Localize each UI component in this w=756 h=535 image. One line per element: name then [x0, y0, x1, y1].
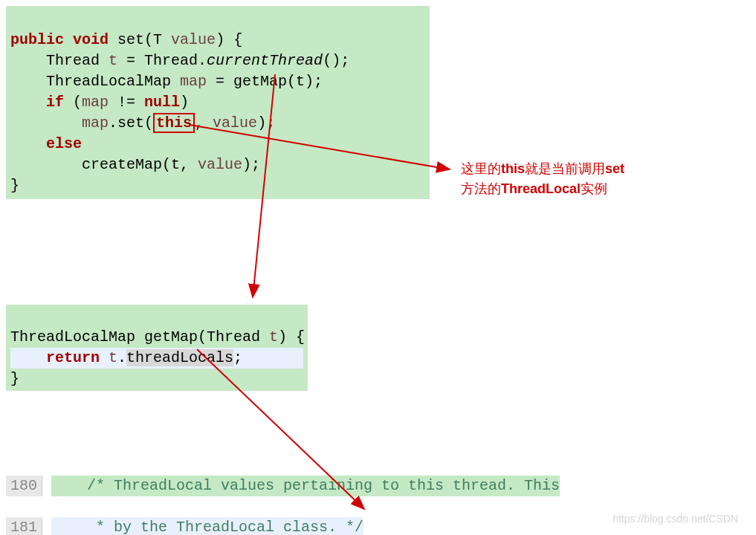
watermark: https://blog.csdn.net/CSDN: [613, 513, 738, 525]
annotation-text: 这里的this就是当前调用set 方法的ThreadLocal实例: [461, 159, 624, 199]
code-block-set: public void set(T value) { Thread t = Th…: [6, 6, 430, 199]
line-number: 181: [6, 517, 42, 535]
this-keyword: this: [153, 113, 195, 133]
line-number: 180: [6, 476, 42, 496]
code-block-getmap: ThreadLocalMap getMap(Thread t) { return…: [6, 305, 308, 391]
method-name: set: [117, 31, 144, 48]
kw-public: public: [10, 31, 64, 48]
kw-void: void: [73, 31, 109, 48]
